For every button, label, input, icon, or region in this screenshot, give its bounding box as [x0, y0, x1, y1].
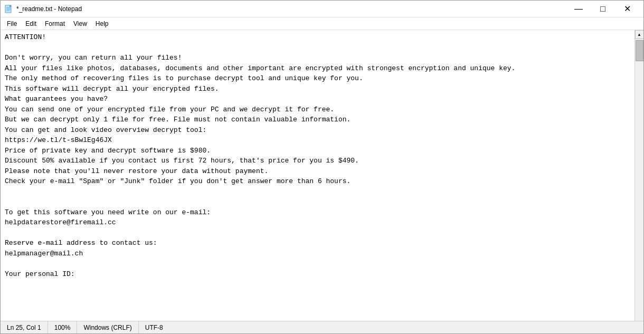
scroll-up-button[interactable]: ▲	[635, 30, 644, 39]
editor-area: ATTENTION! Don't worry, you can return a…	[1, 30, 643, 321]
svg-rect-1	[10, 5, 11, 7]
encoding-text: UTF-8	[145, 324, 163, 331]
cursor-position: Ln 25, Col 1	[1, 321, 48, 333]
menu-file[interactable]: File	[3, 19, 21, 28]
line-ending: Windows (CRLF)	[77, 321, 138, 333]
menu-help[interactable]: Help	[91, 19, 113, 28]
menu-bar: File Edit Format View Help	[1, 17, 643, 30]
status-bar: Ln 25, Col 1 100% Windows (CRLF) UTF-8	[1, 321, 643, 333]
title-bar: *_readme.txt - Notepad — □ ✕	[1, 1, 643, 17]
maximize-button[interactable]: □	[591, 1, 615, 17]
menu-format[interactable]: Format	[41, 19, 69, 28]
scrollbar-thumb[interactable]	[636, 40, 643, 61]
window-controls: — □ ✕	[566, 1, 639, 17]
encoding: UTF-8	[139, 321, 169, 333]
menu-view[interactable]: View	[69, 19, 91, 28]
text-editor[interactable]: ATTENTION! Don't worry, you can return a…	[1, 30, 634, 321]
window-title: *_readme.txt - Notepad	[16, 5, 566, 13]
minimize-button[interactable]: —	[566, 1, 591, 17]
app-icon	[5, 5, 13, 13]
zoom-text: 100%	[54, 324, 71, 331]
line-ending-text: Windows (CRLF)	[83, 324, 131, 331]
close-button[interactable]: ✕	[615, 1, 639, 17]
notepad-window: *_readme.txt - Notepad — □ ✕ File Edit F…	[0, 0, 644, 334]
zoom-level: 100%	[48, 321, 78, 333]
cursor-position-text: Ln 25, Col 1	[7, 324, 41, 331]
scrollbar[interactable]: ▲	[634, 30, 643, 321]
menu-edit[interactable]: Edit	[21, 19, 41, 28]
